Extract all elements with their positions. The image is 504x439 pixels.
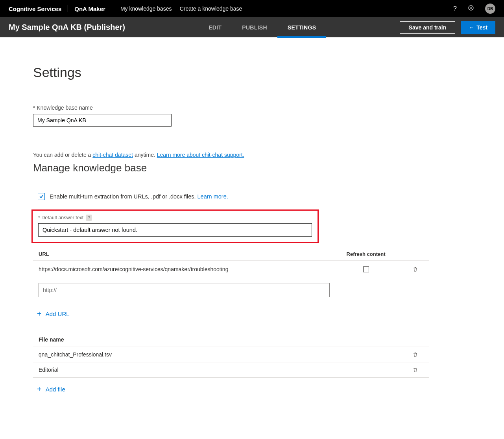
chitchat-prefix: You can add or delete a <box>33 152 92 158</box>
url-table-head: URL Refresh content <box>33 249 429 261</box>
avatar[interactable]: DB <box>485 4 495 14</box>
delete-header-spacer <box>401 251 429 257</box>
delete-url-button[interactable] <box>401 266 429 272</box>
refresh-header: Refresh content <box>330 251 401 257</box>
refresh-cell <box>330 266 401 272</box>
multiturn-row: Enable multi-turn extraction from URLs, … <box>38 193 429 200</box>
checkmark-icon <box>39 194 44 199</box>
trash-icon <box>412 266 418 272</box>
tabs: EDIT PUBLISH SETTINGS <box>198 17 326 37</box>
add-file-button[interactable]: + Add file <box>33 378 429 394</box>
subbar-right: Save and train ← Test <box>400 21 495 34</box>
filename-header: File name <box>33 336 429 347</box>
kb-title: My Sample QnA KB (Publisher) <box>9 23 125 32</box>
plus-icon: + <box>37 309 42 318</box>
add-file-label: Add file <box>46 386 65 393</box>
trash-icon <box>412 351 418 358</box>
topbar: Cognitive Services QnA Maker My knowledg… <box>0 0 504 17</box>
url-input-row <box>33 278 429 302</box>
test-button-label: Test <box>476 24 487 31</box>
file-name-cell: qna_chitchat_Professional.tsv <box>33 351 401 358</box>
main-content: Settings * Knowledge base name You can a… <box>0 37 429 410</box>
nav-my-kbs[interactable]: My knowledge bases <box>120 6 172 12</box>
subbar: My Sample QnA KB (Publisher) EDIT PUBLIS… <box>0 17 504 37</box>
add-url-button[interactable]: + Add URL <box>33 302 429 318</box>
brand-qnamaker[interactable]: QnA Maker <box>74 6 105 12</box>
test-button[interactable]: ← Test <box>461 21 495 34</box>
svg-point-1 <box>470 7 471 7</box>
default-answer-highlight: * Default answer text ? <box>31 209 319 243</box>
default-answer-label: * Default answer text ? <box>38 215 312 221</box>
chitchat-dataset-link[interactable]: chit-chat dataset <box>92 152 133 158</box>
manage-kb-title: Manage knowledge base <box>33 162 429 174</box>
file-row: Editorial <box>33 362 429 378</box>
url-header: URL <box>33 251 330 257</box>
tab-settings[interactable]: SETTINGS <box>277 17 326 37</box>
chitchat-learn-more-link[interactable]: Learn more about chit-chat support. <box>157 152 244 158</box>
tab-edit[interactable]: EDIT <box>198 17 232 37</box>
save-and-train-button[interactable]: Save and train <box>400 21 456 34</box>
multiturn-label: Enable multi-turn extraction from URLs, … <box>50 193 228 200</box>
plus-icon: + <box>37 385 42 394</box>
tab-publish[interactable]: PUBLISH <box>232 17 277 37</box>
url-input[interactable] <box>39 283 330 297</box>
delete-file-button[interactable] <box>401 367 429 373</box>
help-badge-icon[interactable]: ? <box>86 215 92 221</box>
nav-create-kb[interactable]: Create a knowledge base <box>180 6 242 12</box>
multiturn-checkbox[interactable] <box>38 193 45 200</box>
brand-cognitive-services[interactable]: Cognitive Services <box>9 6 61 12</box>
multiturn-learn-more-link[interactable]: Learn more. <box>198 193 228 200</box>
delete-file-button[interactable] <box>401 351 429 358</box>
url-cell: https://docs.microsoft.com/azure/cogniti… <box>33 266 330 272</box>
arrow-left-icon: ← <box>469 24 474 31</box>
refresh-checkbox[interactable] <box>363 266 369 272</box>
topbar-left: Cognitive Services QnA Maker My knowledg… <box>9 5 242 12</box>
topbar-right: ? DB <box>453 4 495 14</box>
page-title: Settings <box>33 65 429 80</box>
chitchat-note: You can add or delete a chit-chat datase… <box>33 152 429 158</box>
brand-divider <box>68 5 68 12</box>
kb-name-label: * Knowledge base name <box>33 105 429 111</box>
help-icon[interactable]: ? <box>453 5 457 12</box>
trash-icon <box>412 367 418 373</box>
svg-point-0 <box>469 6 473 10</box>
feedback-smile-icon[interactable] <box>468 5 474 13</box>
default-answer-input[interactable] <box>38 223 312 237</box>
file-row: qna_chitchat_Professional.tsv <box>33 347 429 362</box>
kb-name-input[interactable] <box>33 114 172 127</box>
chitchat-mid: anytime. <box>133 152 157 158</box>
url-row: https://docs.microsoft.com/azure/cogniti… <box>33 261 429 278</box>
file-name-cell: Editorial <box>33 367 401 373</box>
svg-point-2 <box>472 7 472 7</box>
add-url-label: Add URL <box>46 310 70 317</box>
